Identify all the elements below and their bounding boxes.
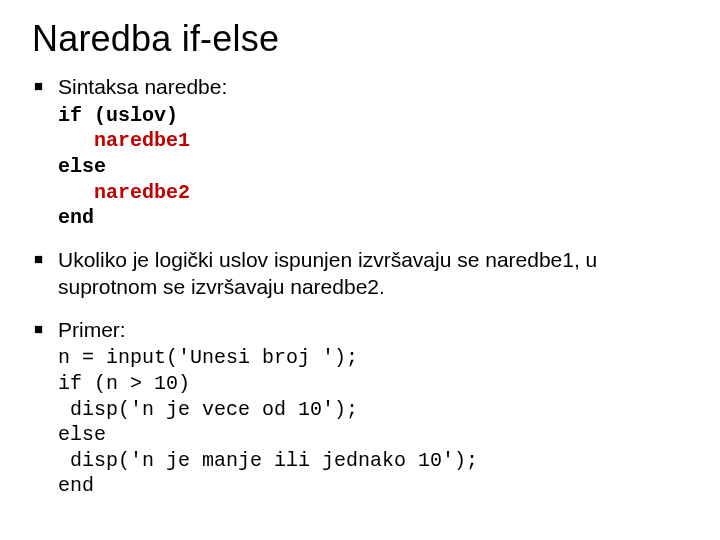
ex-l6: end bbox=[58, 474, 94, 497]
cond-text: (uslov) bbox=[82, 104, 178, 127]
bullet-example-lead: Primer: bbox=[58, 318, 126, 341]
example-code-block: n = input('Unesi broj '); if (n > 10) di… bbox=[58, 345, 690, 499]
expl-part1: Ukoliko je logički uslov ispunjen izvrša… bbox=[58, 248, 485, 271]
naredbe1-text: naredbe1 bbox=[94, 129, 190, 152]
syntax-code-block: if (uslov) naredbe1 else naredbe2 end bbox=[58, 103, 690, 231]
bullet-syntax-lead: Sintaksa naredbe: bbox=[58, 75, 227, 98]
expl-n2: naredbe2 bbox=[290, 275, 379, 298]
ex-l2: if (n > 10) bbox=[58, 372, 190, 395]
bullet-syntax: Sintaksa naredbe: if (uslov) naredbe1 el… bbox=[30, 74, 690, 231]
bullet-list: Sintaksa naredbe: if (uslov) naredbe1 el… bbox=[30, 74, 690, 499]
ex-l5: disp('n je manje ili jednako 10'); bbox=[58, 449, 478, 472]
ex-l1: n = input('Unesi broj '); bbox=[58, 346, 358, 369]
expl-n1: naredbe1 bbox=[485, 248, 574, 271]
kw-if: if bbox=[58, 104, 82, 127]
bullet-explanation: Ukoliko je logički uslov ispunjen izvrša… bbox=[30, 247, 690, 301]
kw-end: end bbox=[58, 206, 94, 229]
expl-part3: . bbox=[379, 275, 385, 298]
ex-l4: else bbox=[58, 423, 106, 446]
ex-l3: disp('n je vece od 10'); bbox=[58, 398, 358, 421]
kw-else: else bbox=[58, 155, 106, 178]
slide-title: Naredba if-else bbox=[32, 18, 690, 60]
naredbe2-text: naredbe2 bbox=[94, 181, 190, 204]
slide: Naredba if-else Sintaksa naredbe: if (us… bbox=[0, 0, 720, 540]
bullet-example: Primer: n = input('Unesi broj '); if (n … bbox=[30, 317, 690, 499]
